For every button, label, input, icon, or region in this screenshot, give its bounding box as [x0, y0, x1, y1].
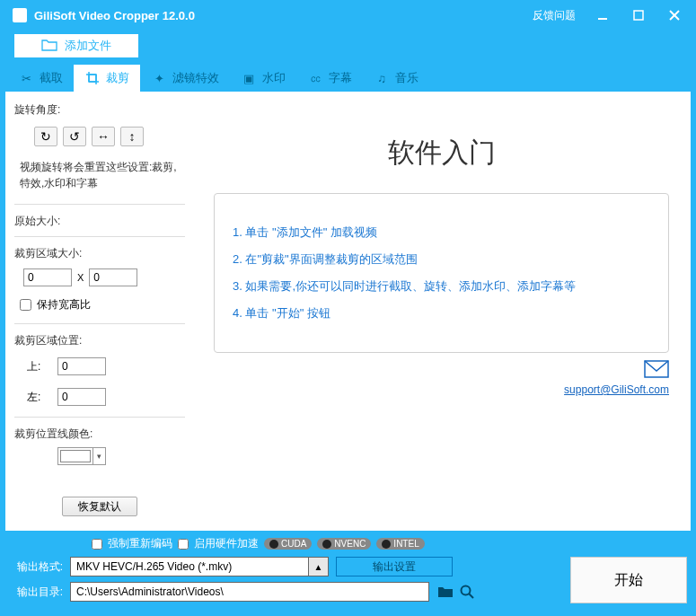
svg-rect-4	[89, 75, 96, 82]
getting-started-title: 软件入门	[214, 135, 669, 172]
add-file-button[interactable]: 添加文件	[14, 34, 138, 57]
minimize-button[interactable]	[594, 6, 612, 24]
step-item: 1. 单击 "添加文件" 加载视频	[233, 224, 650, 241]
format-dropdown-button[interactable]: ▲	[309, 557, 329, 576]
keep-ratio-input[interactable]	[20, 299, 31, 311]
hw-accel-label: 启用硬件加速	[194, 536, 259, 551]
app-logo-icon	[13, 8, 27, 22]
line-color-label: 裁剪位置线颜色:	[14, 427, 185, 442]
tab-effect[interactable]: ✦ 滤镜特效	[140, 65, 230, 92]
bottom-bar: 强制重新编码 启用硬件加速 CUDA NVENC INTEL 输出格式: MKV…	[0, 531, 696, 616]
window-title: GiliSoft Video Cropper 12.0.0	[34, 9, 533, 22]
line-color-picker[interactable]: ▾	[57, 447, 106, 465]
crop-top-input[interactable]	[57, 357, 106, 375]
flip-vertical-button[interactable]: ↕	[120, 127, 144, 146]
flip-horizontal-button[interactable]: ↔	[92, 127, 115, 146]
watermark-icon: ▣	[241, 70, 257, 86]
force-reencode-checkbox[interactable]	[92, 539, 102, 550]
tab-bar: ✂ 截取 裁剪 ✦ 滤镜特效 ▣ 水印 ㏄ 字幕 ♫ 音乐	[0, 61, 696, 92]
format-label: 输出格式:	[9, 559, 63, 575]
svg-line-11	[469, 594, 473, 598]
chip-nvenc: NVENC	[317, 538, 371, 550]
folder-add-icon	[41, 39, 57, 54]
crop-left-input[interactable]	[57, 388, 106, 406]
toolbar: 添加文件	[0, 31, 696, 61]
rotate-help-text: 视频旋转将会重置这些设置:裁剪, 特效,水印和字幕	[20, 159, 185, 191]
crop-size-label: 裁剪区域大小:	[14, 246, 185, 261]
format-value: MKV HEVC/H.265 Video (*.mkv)	[70, 557, 309, 576]
browse-folder-button[interactable]	[436, 583, 454, 601]
step-item: 4. 单击 "开始" 按钮	[233, 305, 650, 321]
tab-music[interactable]: ♫ 音乐	[363, 65, 429, 92]
crop-icon	[84, 70, 101, 86]
tab-crop[interactable]: 裁剪	[74, 65, 140, 92]
step-item: 3. 如果需要,你还可以同时进行截取、旋转、添加水印、添加字幕等	[233, 278, 650, 295]
rotate-label: 旋转角度:	[14, 102, 185, 118]
support-email-link[interactable]: support@GiliSoft.com	[564, 383, 669, 396]
close-button[interactable]	[665, 6, 683, 24]
titlebar: GiliSoft Video Cropper 12.0.0 反馈问题	[0, 0, 696, 31]
dir-label: 输出目录:	[9, 585, 63, 600]
tab-subtitle[interactable]: ㏄ 字幕	[296, 65, 363, 92]
top-label: 上:	[27, 359, 50, 374]
chip-cuda: CUDA	[264, 538, 312, 550]
music-icon: ♫	[374, 70, 390, 86]
chevron-down-icon: ▾	[93, 448, 105, 464]
force-reencode-label: 强制重新编码	[108, 536, 172, 551]
tab-extract[interactable]: ✂ 截取	[7, 65, 74, 92]
steps-box: 1. 单击 "添加文件" 加载视频 2. 在"剪裁"界面调整裁剪的区域范围 3.…	[214, 193, 669, 353]
crop-width-input[interactable]	[23, 268, 72, 286]
svg-rect-1	[634, 11, 643, 20]
mail-icon	[644, 360, 669, 382]
rotate-cw-button[interactable]: ↻	[34, 127, 57, 146]
step-item: 2. 在"剪裁"界面调整裁剪的区域范围	[233, 251, 650, 268]
reset-button[interactable]: 恢复默认	[62, 497, 137, 516]
crop-pos-label: 裁剪区域位置:	[14, 333, 185, 348]
color-swatch	[60, 450, 91, 462]
content-panel: 软件入门 1. 单击 "添加文件" 加载视频 2. 在"剪裁"界面调整裁剪的区域…	[192, 92, 691, 531]
hw-accel-checkbox[interactable]	[178, 539, 189, 550]
wand-icon: ✦	[151, 70, 167, 86]
output-settings-button[interactable]: 输出设置	[336, 557, 453, 576]
rotate-ccw-button[interactable]: ↺	[63, 127, 86, 146]
tab-watermark[interactable]: ▣ 水印	[230, 65, 296, 92]
main-area: 旋转角度: ↻ ↺ ↔ ↕ 视频旋转将会重置这些设置:裁剪, 特效,水印和字幕 …	[5, 92, 691, 531]
crop-height-input[interactable]	[89, 268, 137, 286]
output-dir-input[interactable]	[70, 582, 429, 602]
left-label: 左:	[27, 390, 50, 405]
add-file-label: 添加文件	[65, 38, 111, 54]
format-select[interactable]: MKV HEVC/H.265 Video (*.mkv) ▲	[70, 557, 329, 576]
chip-intel: INTEL	[376, 538, 424, 550]
maximize-button[interactable]	[630, 6, 648, 24]
crop-sidebar: 旋转角度: ↻ ↺ ↔ ↕ 视频旋转将会重置这些设置:裁剪, 特效,水印和字幕 …	[5, 92, 192, 531]
subtitle-icon: ㏄	[307, 70, 323, 86]
x-separator: X	[77, 272, 84, 283]
search-folder-button[interactable]	[458, 583, 476, 601]
scissors-icon: ✂	[18, 70, 34, 86]
keep-ratio-checkbox[interactable]: 保持宽高比	[20, 297, 185, 312]
original-size-label: 原始大小:	[14, 214, 185, 229]
start-button[interactable]: 开始	[570, 557, 687, 603]
feedback-link[interactable]: 反馈问题	[533, 8, 576, 23]
